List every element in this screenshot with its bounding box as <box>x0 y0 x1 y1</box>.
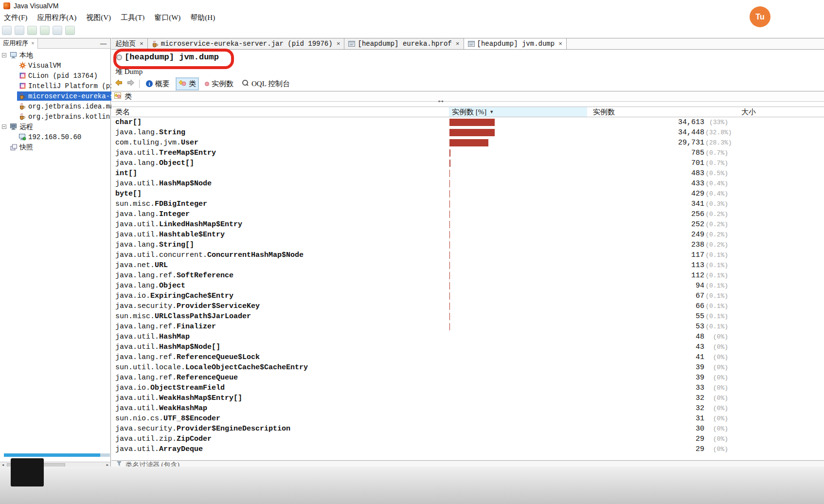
menu-item[interactable]: 帮助(H) <box>190 13 215 22</box>
table-row[interactable]: java.net.URL113(0.1%) <box>111 260 824 270</box>
table-row[interactable]: java.util.ArrayDeque29(0%) <box>111 444 824 454</box>
oql-console-button[interactable]: OQL 控制台 <box>240 78 292 90</box>
instances-count: 341 <box>587 200 705 208</box>
table-row[interactable]: java.util.HashMap48(0%) <box>111 332 824 342</box>
close-icon[interactable]: × <box>337 40 340 48</box>
instances-percent: (0.1%) <box>705 272 728 279</box>
table-row[interactable]: java.io.ExpiringCache$Entry67(0.1%) <box>111 291 824 301</box>
tree-item[interactable]: CLion (pid 13764) <box>0 71 110 81</box>
save-snapshot-icon[interactable] <box>15 26 24 35</box>
uploader-avatar[interactable]: Tu <box>750 6 770 27</box>
add-application-icon[interactable] <box>27 26 37 35</box>
table-row[interactable]: java.util.TreeMap$Entry785(0.7%) <box>111 148 824 158</box>
table-row[interactable]: java.security.Provider$ServiceKey66(0.1%… <box>111 301 824 311</box>
table-row[interactable]: sun.nio.cs.UTF_8$Encoder31(0%) <box>111 414 824 424</box>
table-row[interactable]: java.lang.String[]238(0.2%) <box>111 240 824 250</box>
toolbar-separator <box>139 80 140 88</box>
instances-bar-cell <box>449 414 587 424</box>
tree-item[interactable]: 快照 <box>0 142 110 152</box>
instances-percent: (0%) <box>705 425 728 432</box>
table-row[interactable]: java.util.LinkedHashMap$Entry252(0.2%) <box>111 219 824 230</box>
tree-item[interactable]: −远程 <box>0 122 110 132</box>
instances-button[interactable]: 实例数 <box>203 78 235 90</box>
menu-item[interactable]: 文件(F) <box>4 13 27 22</box>
profiler-icon[interactable] <box>65 26 75 35</box>
table-row[interactable]: java.util.HashMap$Node433(0.4%) <box>111 179 824 189</box>
table-row[interactable]: java.lang.Object94(0.1%) <box>111 281 824 291</box>
tab-label: [heapdump] eureka.hprof <box>358 40 451 48</box>
tree-item-label: 远程 <box>19 123 33 131</box>
tree-item[interactable]: VisualVM <box>0 60 110 71</box>
tree-item[interactable]: IntelliJ Platform (pid <box>0 81 110 91</box>
tree-item-label: IntelliJ Platform (pid <box>28 82 118 90</box>
menu-item[interactable]: 应用程序(A) <box>37 13 76 22</box>
class-package: java.util. <box>115 180 159 188</box>
expander-icon[interactable]: − <box>2 53 6 57</box>
table-row[interactable]: java.lang.ref.ReferenceQueue$Lock41(0%) <box>111 352 824 362</box>
instances-count: 429 <box>587 190 705 198</box>
scrollbar-thumb[interactable] <box>4 453 100 457</box>
table-row[interactable]: sun.util.locale.LocaleObjectCache$CacheE… <box>111 362 824 373</box>
load-snapshot-icon[interactable] <box>2 26 12 35</box>
table-row[interactable]: java.lang.Integer256(0.2%) <box>111 209 824 219</box>
tree-item[interactable]: org.jetbrains.idea.mav <box>0 101 110 111</box>
close-icon[interactable]: × <box>456 40 460 48</box>
table-row[interactable]: java.lang.ref.ReferenceQueue39(0%) <box>111 373 824 383</box>
instances-percent: (0.1%) <box>705 252 728 259</box>
close-icon[interactable]: × <box>31 40 35 47</box>
tab[interactable]: 起始页× <box>111 38 148 49</box>
table-row[interactable]: sun.misc.URLClassPath$JarLoader55(0.1%) <box>111 311 824 322</box>
menu-item[interactable]: 工具(T) <box>121 13 144 22</box>
class-name-cell: java.io.ExpiringCache$Entry <box>111 292 449 300</box>
instances-count: 117 <box>587 251 705 259</box>
table-row[interactable]: java.lang.ref.Finalizer53(0.1%) <box>111 322 824 332</box>
thread-dump-icon[interactable] <box>53 26 62 35</box>
tab[interactable]: microservice-eureka-server.jar (pid 1997… <box>148 38 345 49</box>
table-row[interactable]: char[]34,613(33%) <box>111 117 824 127</box>
tab[interactable]: [heapdump] eureka.hprof× <box>344 38 464 49</box>
table-row[interactable]: java.lang.ref.SoftReference112(0.1%) <box>111 270 824 281</box>
class-name-cell: java.lang.String[] <box>111 241 449 249</box>
table-row[interactable]: java.io.ObjectStreamField33(0%) <box>111 383 824 393</box>
table-row[interactable]: java.util.zip.ZipCoder29(0%) <box>111 434 824 444</box>
table-row[interactable]: java.lang.Object[]701(0.7%) <box>111 158 824 168</box>
table-row[interactable]: java.util.HashMap$Node[]43(0%) <box>111 342 824 352</box>
classes-button[interactable]: 类 <box>176 78 198 90</box>
instances-bar-cell <box>449 127 587 138</box>
table-row[interactable]: byte[]429(0.4%) <box>111 189 824 199</box>
tab[interactable]: [heapdump] jvm.dump× <box>464 38 567 49</box>
close-icon[interactable]: × <box>558 40 562 48</box>
heap-dump-icon[interactable] <box>40 26 50 35</box>
summary-button[interactable]: i 概要 <box>144 78 172 90</box>
dump-tab-icon <box>348 41 355 47</box>
table-row[interactable]: java.util.WeakHashMap32(0%) <box>111 403 824 414</box>
table-row[interactable]: java.security.Provider$EngineDescription… <box>111 424 824 434</box>
tree-item[interactable]: org.jetbrains.kotlin.d <box>0 111 110 122</box>
table-row[interactable]: java.util.concurrent.ConcurrentHashMap$N… <box>111 250 824 260</box>
minimize-icon[interactable]: — <box>96 39 110 47</box>
table-row[interactable]: sun.misc.FDBigInteger341(0.3%) <box>111 199 824 209</box>
column-header-instances[interactable]: 实例数 <box>587 107 705 117</box>
tree-item[interactable]: −本地 <box>0 50 110 60</box>
expander-icon[interactable]: − <box>2 125 6 129</box>
class-name-filter[interactable]: 类名过滤器 (包含) <box>111 460 824 467</box>
menu-item[interactable]: 视图(V) <box>86 13 111 22</box>
column-header-instances-pct[interactable]: 实例数 [%] ▼ <box>449 107 587 117</box>
close-icon[interactable]: × <box>140 40 143 48</box>
tree-item[interactable]: 192.168.50.60 <box>0 132 110 142</box>
tree-item[interactable]: microservice-eureka-se <box>0 91 110 101</box>
table-row[interactable]: com.tuling.jvm.User29,731(28.3%) <box>111 138 824 148</box>
tree-item-label: org.jetbrains.kotlin.d <box>28 113 118 121</box>
class-name-cell: java.util.zip.ZipCoder <box>111 435 449 443</box>
column-header-class-name[interactable]: 类名 <box>111 107 449 117</box>
table-row[interactable]: java.lang.String34,448(32.8%) <box>111 127 824 138</box>
class-name-cell: java.lang.ref.Finalizer <box>111 323 449 331</box>
table-row[interactable]: java.util.WeakHashMap$Entry[]32(0%) <box>111 393 824 403</box>
tab-applications[interactable]: 应用程序 × <box>0 38 38 49</box>
back-icon[interactable] <box>115 79 123 88</box>
column-header-size[interactable]: 大小 <box>728 107 824 117</box>
table-row[interactable]: int[]483(0.5%) <box>111 168 824 179</box>
table-row[interactable]: java.util.Hashtable$Entry249(0.2%) <box>111 230 824 240</box>
menu-item[interactable]: 窗口(W) <box>154 13 180 22</box>
forward-icon[interactable] <box>127 79 135 88</box>
